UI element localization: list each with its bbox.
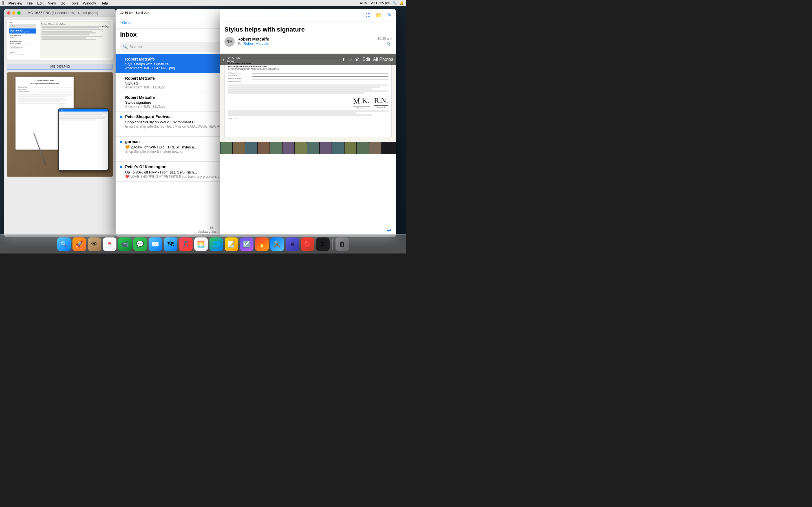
- share-icon[interactable]: ⬆: [342, 57, 345, 62]
- desktop: IMG_0655.PNG (14 documents, 14 total pag…: [0, 6, 406, 241]
- email-sender-5: gorman: [125, 139, 140, 144]
- email-sender-2: Robert Metcalfe: [125, 76, 155, 80]
- photo-thumb-9[interactable]: [320, 142, 332, 154]
- menu-file[interactable]: File: [27, 1, 33, 5]
- detail-from-info: Robert Metcalfe To: Robert Metcalfe ›: [238, 37, 375, 46]
- menubar-right: 41% Sat 12:55 pm 🔍 🔔: [360, 1, 404, 5]
- unread-dot-5: [120, 141, 122, 143]
- apple-menu[interactable]: : [2, 1, 4, 6]
- photo-date: Sat 5 Jun: [227, 56, 240, 60]
- photo-thumb-6[interactable]: [283, 142, 294, 154]
- menubar-search-icon[interactable]: 🔍: [393, 1, 397, 5]
- menu-tools[interactable]: Tools: [70, 1, 79, 5]
- photo-thumb-11[interactable]: [345, 142, 356, 154]
- preview-window: IMG_0655.PNG (14 documents, 14 total pag…: [4, 9, 116, 237]
- close-button[interactable]: [7, 11, 10, 15]
- app-menu-preview[interactable]: Preview: [8, 1, 22, 5]
- detail-subject: Stylus helps with signature: [224, 26, 392, 33]
- back-to-gmail[interactable]: ‹ Gmail: [120, 20, 132, 25]
- sender-avatar: RM: [224, 37, 235, 47]
- dock-safari[interactable]: 🌐: [209, 237, 223, 251]
- photo-thumb-8[interactable]: [307, 142, 319, 154]
- photo-thumb-12[interactable]: [357, 142, 369, 154]
- photo-thumb-13[interactable]: [369, 142, 381, 154]
- dock-photos[interactable]: 🌅: [194, 237, 208, 251]
- photo-thumb-5[interactable]: [270, 142, 282, 154]
- dock-app-2[interactable]: 🔴: [301, 237, 314, 251]
- detail-sender-name: Robert Metcalfe: [238, 37, 375, 41]
- photo-thumb-1[interactable]: [220, 142, 232, 154]
- email-sender-4: Peter Sheppard Footwe...: [125, 114, 172, 119]
- detail-to-row: To: Robert Metcalfe ›: [238, 41, 375, 46]
- photo-thumb-2[interactable]: [233, 142, 245, 154]
- email-subject-5: 🧡 20-50% off WINTER + FRESH styles a...: [125, 145, 197, 149]
- photo-thumb-10[interactable]: [332, 142, 344, 154]
- chevron-right-icon[interactable]: ›: [270, 41, 271, 46]
- menu-edit[interactable]: Edit: [37, 1, 43, 5]
- dock-mail[interactable]: ✉️: [149, 237, 162, 251]
- menu-view[interactable]: View: [48, 1, 56, 5]
- dock-app-1[interactable]: 🖥: [286, 237, 299, 251]
- menubar-notification-icon[interactable]: 🔔: [400, 1, 404, 5]
- thumbnail-label: IMG_0655.PNG: [7, 64, 113, 69]
- menu-window[interactable]: Window: [83, 1, 96, 5]
- dock-calendar[interactable]: 📅: [103, 237, 116, 251]
- dock-messages[interactable]: 💬: [133, 237, 147, 251]
- archive-icon[interactable]: ☷: [365, 12, 370, 18]
- photo-viewer: ‹ Sat 5 Jun Today ⬆ ♡ 🗑 Edit All Photos: [220, 54, 396, 154]
- email-detail: ☷ 📁 ✎ Stylus helps with signature RM Rob…: [220, 9, 396, 237]
- search-icon: 🔍: [123, 45, 128, 49]
- back-chevron-icon: ‹: [120, 20, 121, 25]
- dock-music[interactable]: 🎵: [179, 237, 193, 251]
- signature-2: R.N.: [374, 96, 388, 105]
- to-label: To:: [238, 41, 242, 46]
- all-photos-icon[interactable]: All Photos: [373, 57, 393, 62]
- dock-trash[interactable]: 🗑: [336, 237, 349, 251]
- delete-icon[interactable]: 🗑: [355, 57, 359, 62]
- dock-terminal[interactable]: $: [316, 237, 329, 251]
- detail-body: ‹ Sat 5 Jun Today ⬆ ♡ 🗑 Edit All Photos: [220, 54, 396, 223]
- email-sender-6: Peter's Of Kensington: [125, 165, 166, 169]
- dock-xcode[interactable]: ⚒️: [270, 237, 284, 251]
- thumbnail-1[interactable]: Inbox 🔍 Gmail Robert Metcalfe Stylus hel…: [7, 20, 113, 60]
- dock-maps[interactable]: 🗺: [164, 237, 177, 251]
- menubar-time: Sat 12:55 pm: [370, 1, 390, 5]
- heart-icon[interactable]: ♡: [348, 57, 352, 62]
- detail-attachment-icon: 📎: [387, 42, 392, 46]
- menubar:  Preview File Edit View Go Tools Window…: [0, 0, 406, 6]
- dock-finder[interactable]: 🔍: [57, 237, 71, 251]
- photo-nav-right: ⬆ ♡ 🗑 Edit All Photos: [342, 57, 393, 62]
- reply-button[interactable]: ↩: [387, 227, 392, 234]
- email-subject-1: Stylus helps with signature: [125, 62, 168, 66]
- large-preview[interactable]: Commonwealth Bank Discharge/Refinance Au…: [7, 72, 113, 177]
- photo-strip: [220, 142, 396, 154]
- folder-move-icon[interactable]: 📁: [375, 12, 382, 18]
- dock-preview-app[interactable]: 👁: [88, 237, 101, 251]
- email-subject-3: Stylus signature: [125, 100, 151, 105]
- back-label: Gmail: [122, 20, 133, 25]
- dock: 🔍 🚀 👁 📅 📹 💬 ✉️ 🗺 🎵 🌅 🌐 📝 ☑️ 🔥 ⚒️ 🖥 🔴 $ 🗑: [0, 234, 406, 253]
- email-sender-3: Robert Metcalfe: [125, 95, 155, 100]
- menubar-battery: 41%: [360, 1, 367, 5]
- unread-dot-2: [120, 77, 122, 80]
- dock-firefox[interactable]: 🔥: [255, 237, 269, 251]
- menu-help[interactable]: Help: [100, 1, 108, 5]
- edit-photo-icon[interactable]: Edit: [362, 57, 370, 62]
- compose-new-icon[interactable]: ✎: [388, 12, 392, 18]
- dock-launchpad[interactable]: 🚀: [72, 237, 86, 251]
- photo-thumb-3[interactable]: [245, 142, 257, 154]
- dock-divider: [333, 238, 333, 250]
- photo-nav-left: ‹ Sat 5 Jun Today: [223, 56, 240, 63]
- email-sender-1: Robert Metcalfe: [125, 57, 155, 61]
- menu-go[interactable]: Go: [60, 1, 65, 5]
- photo-thumb-7[interactable]: [295, 142, 307, 154]
- photo-thumb-4[interactable]: [258, 142, 269, 154]
- email-subject-4: Shop consciously on World Environment D.…: [125, 120, 198, 124]
- detail-to-name: Robert Metcalfe: [243, 41, 269, 46]
- dock-facetime[interactable]: 📹: [118, 237, 132, 251]
- dock-notes[interactable]: 📝: [225, 237, 238, 251]
- detail-from-row: RM Robert Metcalfe To: Robert Metcalfe ›…: [224, 37, 392, 47]
- dock-reminders[interactable]: ☑️: [240, 237, 253, 251]
- detail-toolbar: ☷ 📁 ✎: [220, 9, 396, 21]
- back-arrow-icon[interactable]: ‹: [223, 57, 224, 62]
